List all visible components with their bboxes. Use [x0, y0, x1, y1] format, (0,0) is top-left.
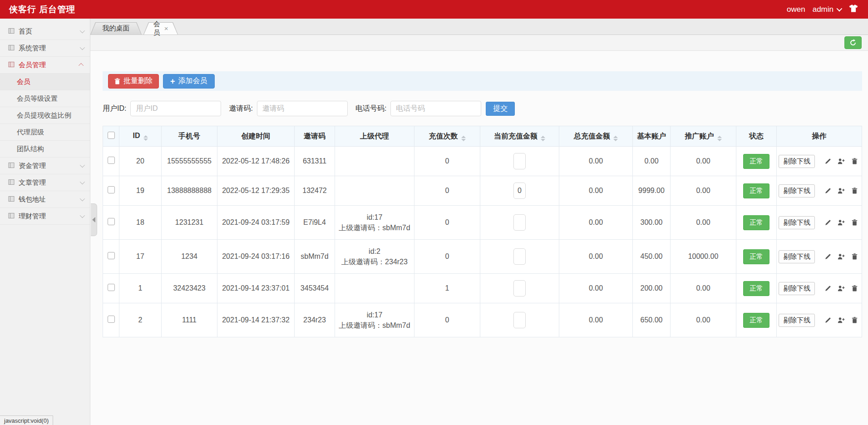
- invite-code-input[interactable]: [257, 101, 348, 116]
- current-recharge-input[interactable]: [513, 280, 526, 297]
- refresh-button[interactable]: [844, 36, 862, 49]
- agent-id-line: id:2: [337, 246, 412, 257]
- delete-trash-icon[interactable]: [852, 219, 858, 227]
- sidebar-subitem-label: 团队结构: [17, 145, 44, 153]
- remove-downline-button[interactable]: 剔除下线: [779, 184, 815, 198]
- current-recharge-input[interactable]: [513, 312, 526, 328]
- cell-operations: 剔除下线: [777, 303, 862, 337]
- delete-trash-icon[interactable]: [852, 285, 858, 293]
- tab-member[interactable]: 会员 ×: [143, 22, 178, 35]
- tab-close-icon[interactable]: ×: [164, 25, 168, 32]
- user-id-input[interactable]: [130, 101, 221, 116]
- sidebar-item-member-management[interactable]: 会员管理: [0, 57, 90, 74]
- current-recharge-input[interactable]: [513, 153, 526, 169]
- sidebar-item-article-management[interactable]: 文章管理: [0, 174, 90, 191]
- cell-promo-account: 0.00: [671, 147, 736, 176]
- edit-pencil-icon[interactable]: [825, 219, 831, 227]
- row-checkbox[interactable]: [108, 316, 115, 323]
- column-header[interactable]: 推广账户: [671, 126, 736, 147]
- delete-trash-icon[interactable]: [852, 188, 858, 196]
- sidebar-subitem-agent-level[interactable]: 代理层级: [0, 124, 90, 141]
- select-all-header: [103, 126, 119, 147]
- cell-phone: 1111: [162, 303, 217, 337]
- sort-icon[interactable]: [613, 136, 618, 141]
- toolbar: 批量删除 + 添加会员: [103, 71, 862, 91]
- add-user-icon[interactable]: [838, 285, 845, 293]
- delete-trash-icon[interactable]: [852, 317, 858, 325]
- sidebar-subitem-team-structure[interactable]: 团队结构: [0, 141, 90, 158]
- cell-parent-agent: [335, 274, 414, 303]
- column-label: 充值次数: [429, 132, 458, 140]
- status-normal-button[interactable]: 正常: [743, 313, 769, 328]
- delete-trash-icon[interactable]: [852, 158, 858, 166]
- theme-tshirt-icon[interactable]: [849, 5, 858, 15]
- delete-trash-icon[interactable]: [852, 253, 858, 262]
- cell-status: 正常: [736, 303, 777, 337]
- remove-downline-button[interactable]: 剔除下线: [779, 314, 815, 327]
- sidebar-item-wallet-address[interactable]: 钱包地址: [0, 191, 90, 208]
- sort-icon[interactable]: [541, 136, 545, 141]
- edit-pencil-icon[interactable]: [825, 158, 831, 166]
- sidebar-subitem-member[interactable]: 会员: [0, 74, 90, 90]
- row-checkbox[interactable]: [108, 157, 115, 164]
- cell-basic-account: 0.00: [633, 147, 671, 176]
- phone-input[interactable]: [390, 101, 481, 116]
- column-label: ID: [133, 132, 140, 139]
- sidebar-item-funds-management[interactable]: 资金管理: [0, 158, 90, 174]
- sort-icon[interactable]: [461, 136, 466, 141]
- table-header-row: ID手机号创建时间邀请码上级代理充值次数当前充值金额总充值金额基本账户推广账户状…: [103, 126, 862, 147]
- edit-pencil-icon[interactable]: [825, 253, 831, 262]
- cell-operations: 剔除下线: [777, 240, 862, 274]
- current-recharge-input[interactable]: [513, 214, 526, 231]
- add-member-button[interactable]: + 添加会员: [163, 74, 215, 89]
- tab-my-desktop[interactable]: 我的桌面: [90, 22, 142, 35]
- sidebar-collapse-handle[interactable]: [91, 203, 97, 236]
- column-header[interactable]: 总充值金额: [559, 126, 633, 147]
- add-user-icon[interactable]: [838, 253, 845, 262]
- sidebar-item-home[interactable]: 首页: [0, 23, 90, 40]
- cell-id: 19: [119, 176, 162, 206]
- status-normal-button[interactable]: 正常: [743, 281, 769, 296]
- edit-pencil-icon[interactable]: [825, 285, 831, 293]
- row-checkbox[interactable]: [108, 186, 115, 193]
- status-normal-button[interactable]: 正常: [743, 249, 769, 264]
- column-header[interactable]: 当前充值金额: [480, 126, 559, 147]
- cell-total-recharge: 0.00: [559, 274, 633, 303]
- current-recharge-input[interactable]: [513, 248, 526, 265]
- edit-pencil-icon[interactable]: [825, 317, 831, 325]
- cell-phone: 1234: [162, 240, 217, 274]
- sidebar-item-system-management[interactable]: 系统管理: [0, 40, 90, 57]
- sidebar-item-wealth-management[interactable]: 理财管理: [0, 208, 90, 225]
- edit-pencil-icon[interactable]: [825, 188, 831, 196]
- add-user-icon[interactable]: [838, 188, 845, 196]
- admin-dropdown[interactable]: admin: [813, 5, 841, 14]
- remove-downline-button[interactable]: 剔除下线: [779, 216, 815, 229]
- sort-icon[interactable]: [143, 135, 148, 141]
- username-label[interactable]: owen: [787, 5, 805, 14]
- row-checkbox[interactable]: [108, 284, 115, 291]
- column-label: 当前充值金额: [494, 132, 538, 140]
- sidebar-subitem-withdraw-ratio[interactable]: 会员提现收益比例: [0, 107, 90, 124]
- status-normal-button[interactable]: 正常: [743, 183, 769, 198]
- agent-invite-code-line: 上级邀请码：234r23: [337, 257, 412, 267]
- column-header[interactable]: 充值次数: [414, 126, 480, 147]
- add-user-icon[interactable]: [838, 317, 845, 325]
- cell-status: 正常: [736, 274, 777, 303]
- add-user-icon[interactable]: [838, 158, 845, 166]
- current-recharge-input[interactable]: [513, 183, 526, 199]
- column-label: 推广账户: [685, 132, 714, 140]
- row-checkbox[interactable]: [108, 252, 115, 259]
- sidebar-subitem-member-level-settings[interactable]: 会员等级设置: [0, 90, 90, 107]
- select-all-checkbox[interactable]: [108, 132, 115, 139]
- column-header[interactable]: ID: [119, 126, 162, 147]
- remove-downline-button[interactable]: 剔除下线: [779, 282, 815, 295]
- add-user-icon[interactable]: [838, 219, 845, 227]
- sort-icon[interactable]: [717, 136, 722, 141]
- remove-downline-button[interactable]: 剔除下线: [779, 250, 815, 263]
- row-checkbox[interactable]: [108, 218, 115, 225]
- batch-delete-button[interactable]: 批量删除: [108, 74, 159, 89]
- status-normal-button[interactable]: 正常: [743, 154, 769, 169]
- status-normal-button[interactable]: 正常: [743, 215, 769, 230]
- submit-button[interactable]: 提交: [486, 102, 515, 116]
- remove-downline-button[interactable]: 剔除下线: [779, 155, 815, 168]
